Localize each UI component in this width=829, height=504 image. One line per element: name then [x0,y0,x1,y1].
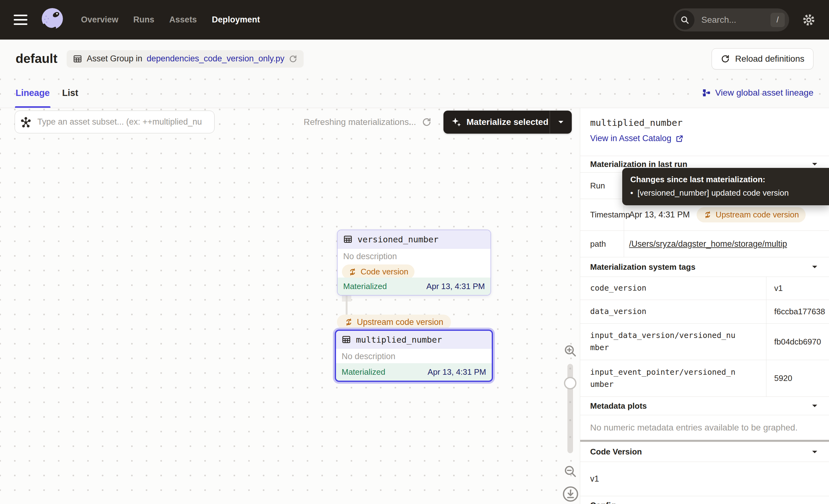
dagster-logo-icon[interactable] [39,7,65,33]
zoom-out-icon[interactable] [563,464,577,478]
refresh-icon[interactable] [422,117,432,127]
grid-icon [73,54,82,64]
asset-node-name: versioned_number [358,235,438,244]
zoom-slider-handle[interactable] [564,377,576,389]
asset-group-label: Asset Group in [86,54,142,64]
upstream-code-version-badge: Upstream code version [337,315,451,330]
search-input[interactable] [701,15,770,25]
view-in-asset-catalog-link[interactable]: View in Asset Catalog [590,134,684,143]
collapse-caret-icon[interactable] [812,450,818,454]
asset-node-versioned-number[interactable]: versioned_number No description Code ver… [337,229,491,296]
section-label: Metadata plots [590,401,647,411]
node-status: Materialized [341,367,385,377]
materialize-selected-main[interactable]: Materialize selected [443,111,550,134]
upstream-code-version-tag: Upstream code version [697,207,806,222]
group-reload-icon[interactable] [289,55,297,63]
table-icon [343,235,353,244]
tag-value: v1 [766,277,829,300]
system-tag-row: code_version v1 [580,277,829,300]
lineage-graph-canvas[interactable]: Refreshing materializations... Materiali… [0,108,580,504]
asset-details-sidebar: multiplied_number View in Asset Catalog … [580,108,829,504]
timestamp-value: Apr 13, 4:31 PM [629,210,690,220]
tag-key: code_version [580,277,766,300]
asset-node-name: multiplied_number [356,335,442,345]
section-config[interactable]: Config [580,496,829,504]
upstream-code-version-label: Upstream code version [357,317,443,327]
section-label: Code Version [590,447,642,457]
section-label: Materialization in last run [590,159,687,169]
search-shortcut-key: / [770,13,785,27]
upstream-code-version-tag-label: Upstream code version [716,210,799,220]
node-status: Materialized [343,282,387,291]
path-row: path /Users/sryza/dagster_home/storage/m… [580,230,829,257]
tag-key: input_data_version/versioned_number [580,324,766,360]
asset-group-file-link[interactable]: dependencies_code_version_only.py [147,54,284,64]
lineage-graph-icon [701,88,711,98]
code-version-value: v1 [580,462,829,496]
run-label: Run [580,173,624,199]
asset-node-multiplied-number[interactable]: multiplied_number No description Materia… [335,330,493,382]
download-image-icon[interactable] [562,485,579,502]
refreshing-label: Refreshing materializations... [303,117,416,127]
code-version-tag-label: Code version [361,267,408,277]
tabs-bar: Lineage List View global asset lineage [0,78,829,108]
materialize-dropdown-button[interactable] [550,111,572,134]
edge-line [346,295,348,317]
view-global-asset-lineage-label: View global asset lineage [715,88,814,98]
tag-key: input_event_pointer/versioned_number [580,360,766,397]
zoom-in-icon[interactable] [563,344,577,358]
collapse-caret-icon[interactable] [812,162,818,166]
code-version-tag: Code version [342,264,414,279]
tooltip-title: Changes since last materialization: [630,175,821,184]
tooltip-item: [versioned_number] updated code version [638,188,789,198]
code-version-changed-icon [348,267,357,276]
section-metadata-plots[interactable]: Metadata plots [580,397,829,415]
section-code-version[interactable]: Code Version [580,442,829,462]
reload-definitions-button[interactable]: Reload definitions [712,48,814,69]
node-timestamp: Apr 13, 4:31 PM [426,282,485,291]
tag-value: f6ccba177638 [766,300,829,323]
main-area: Refreshing materializations... Materiali… [0,108,829,504]
dagster-app: Overview Runs Assets Deployment / defaul… [0,0,829,504]
tab-list[interactable]: List [62,78,78,108]
page-title: default [15,51,57,66]
view-global-asset-lineage-link[interactable]: View global asset lineage [701,88,814,98]
tag-value: 5920 [766,360,829,397]
materialize-selected-label: Materialize selected [467,117,548,127]
table-icon [341,335,351,344]
tag-value: fb04dcb6970 [766,324,829,360]
settings-gear-icon[interactable] [802,13,815,27]
search-icon [675,10,694,30]
system-tag-row: input_data_version/versioned_number fb04… [580,323,829,360]
asset-subset-input[interactable] [15,111,215,133]
code-version-changed-icon [345,318,353,326]
search-bar[interactable]: / [673,8,789,32]
node-timestamp: Apr 13, 4:31 PM [428,367,486,377]
asset-node-description: No description [336,349,492,361]
tag-key: data_version [580,300,766,323]
nav-overview[interactable]: Overview [81,15,118,25]
system-tag-row: input_event_pointer/versioned_number 592… [580,360,829,397]
nav-deployment[interactable]: Deployment [212,15,260,25]
system-tag-row: data_version f6ccba177638 [580,300,829,323]
sparkle-icon [451,117,462,128]
section-label: Materialization system tags [590,262,695,272]
top-nav: Overview Runs Assets Deployment / [0,0,829,40]
chevron-down-icon [558,120,564,124]
materialize-selected-button[interactable]: Materialize selected [443,111,572,134]
nav-assets[interactable]: Assets [170,15,197,25]
asset-group-pill: Asset Group in dependencies_code_version… [67,50,303,68]
sidebar-header: multiplied_number View in Asset Catalog [580,108,829,156]
external-link-icon [675,134,684,143]
tab-lineage[interactable]: Lineage [15,78,50,108]
collapse-caret-icon[interactable] [812,404,818,408]
page-header: default Asset Group in dependencies_code… [0,40,829,78]
path-value-link[interactable]: /Users/sryza/dagster_home/storage/multip [629,239,787,249]
section-materialization-system-tags[interactable]: Materialization system tags [580,257,829,277]
sidebar-asset-name: multiplied_number [590,117,829,128]
nav-runs[interactable]: Runs [133,15,154,25]
collapse-caret-icon[interactable] [812,265,818,269]
refreshing-status: Refreshing materializations... [280,115,432,129]
changes-tooltip: Changes since last materialization: [ver… [622,168,829,205]
menu-icon[interactable] [14,15,27,25]
